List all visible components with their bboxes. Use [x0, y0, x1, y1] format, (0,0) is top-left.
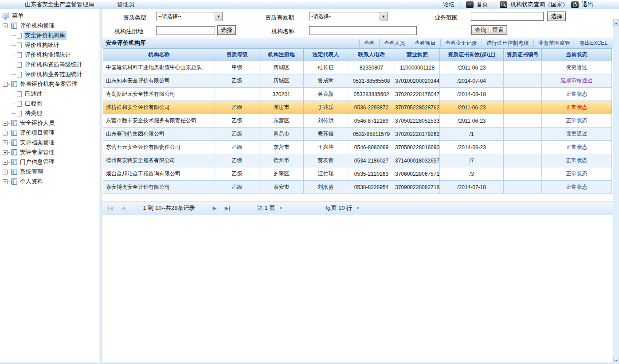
expand-icon[interactable]: + — [3, 150, 8, 155]
collapse-icon[interactable]: - — [3, 82, 8, 87]
toolbar-button[interactable]: 查看项目 — [410, 39, 440, 47]
scope-input[interactable] — [471, 12, 544, 21]
column-header[interactable]: 联系人电话 — [348, 49, 395, 61]
page-select[interactable]: 第 1 页 ▼ — [257, 204, 282, 212]
menu-root-label: 菜单 — [12, 12, 24, 20]
table-row[interactable]: 中国建筑材料工业地质勘查中心山东总队甲级历城区杜长征82350807110000… — [103, 61, 612, 74]
table-row[interactable]: 泰安博奥安全评价有限公司乙级泰安市刘承勇0538-822895437090022… — [103, 181, 612, 194]
status-query-link[interactable]: 机构状态查询（国家） — [510, 0, 568, 8]
expand-icon[interactable]: + — [3, 170, 8, 174]
toolbar-button[interactable]: 进行过程控制考核 — [482, 39, 533, 47]
table-row[interactable]: 东营开元安全评价有限责任公司乙级东营市王兴坤0546-8080069370500… — [103, 141, 612, 154]
tree-node[interactable]: +安评专家管理 — [1, 147, 99, 157]
qual-type-select[interactable]: --请选择-- ▼ — [156, 12, 223, 21]
expand-icon[interactable]: + — [3, 160, 8, 165]
table-row[interactable]: 德州聚安特安全服务有限公司乙级德州市贾表贵0534-21860273714000… — [103, 154, 612, 167]
reg-select-button[interactable]: 选择 — [217, 25, 236, 35]
column-header[interactable]: 当前状态 — [542, 49, 612, 61]
expand-icon[interactable]: + — [3, 179, 8, 184]
validity-select[interactable]: -请选择- ▼ — [309, 12, 388, 21]
page-size-select[interactable]: 每页 10 行 ▼ — [325, 204, 360, 212]
tree-leaf[interactable]: 评价机构业务范围统计 — [1, 70, 99, 79]
table-cell: 乙级 — [215, 128, 259, 141]
reset-button[interactable]: 重置 — [489, 25, 507, 35]
folder-icon — [11, 159, 17, 165]
next-page-button[interactable]: ▶ — [213, 205, 217, 211]
vertical-scrollbar[interactable]: ▲ ▼ — [613, 19, 619, 364]
table-cell: 82350807 — [348, 61, 395, 74]
grid-toolbar: 安全评价机构库 查看查看人员查看项目查看变更记录进行过程控制考核业务范围监管导出… — [102, 38, 613, 48]
key-icon[interactable] — [500, 1, 507, 8]
expand-icon[interactable]: + — [3, 121, 8, 126]
column-header[interactable]: 资质证书编号 — [504, 49, 542, 61]
prev-page-button[interactable]: ◀ — [121, 205, 125, 211]
tree-node[interactable]: +安全评价人员 — [1, 118, 99, 128]
tree-node[interactable]: +门户信息管理 — [1, 157, 99, 167]
table-cell: 370500228016690 — [395, 141, 440, 154]
org-name-input[interactable] — [309, 26, 417, 35]
tree-node-label: 安评档案管理 — [19, 138, 56, 147]
scroll-up-icon[interactable]: ▲ — [613, 19, 619, 26]
table-row[interactable]: 潍坊祥和安全评价有限公司乙级潍坊市丁兆乐0536-229387237070522… — [103, 101, 612, 114]
tree-node-label: 个人资料 — [19, 177, 44, 186]
logout-link[interactable]: 退出 — [582, 0, 593, 8]
status-cell: 正常状态 — [542, 101, 612, 114]
page-number-text: 第 1 页 — [257, 204, 275, 212]
table-row[interactable]: 青岛新纪元安全技术有限公司370201吴克新053283885602370202… — [103, 88, 612, 101]
column-header[interactable]: 营业执照 — [395, 49, 440, 61]
column-header[interactable]: 资质等级 — [215, 49, 259, 61]
tree-leaf[interactable]: 评价机构业绩统计 — [1, 50, 99, 60]
tree-node-label: 安评专家管理 — [19, 148, 56, 157]
table-cell: 乙级 — [215, 154, 259, 167]
reg-place-input[interactable] — [156, 26, 215, 35]
search-button[interactable]: 查询 — [471, 25, 490, 35]
last-page-button[interactable]: ▶ — [225, 205, 230, 211]
tree-leaf[interactable]: 已通过 — [1, 89, 99, 99]
column-header[interactable]: 机构注册地 — [259, 49, 304, 61]
expand-icon[interactable]: + — [3, 131, 8, 136]
tree-node[interactable]: -外省评价机构备案管理 — [1, 79, 99, 89]
tree-node[interactable]: +评价项目管理 — [1, 128, 99, 138]
home-link[interactable]: 首页 — [477, 0, 488, 8]
tree-node[interactable]: +系统管理 — [1, 167, 99, 177]
table-cell — [504, 114, 542, 128]
column-header[interactable]: 资质证书有效(起/止) — [440, 49, 504, 61]
tree-node[interactable]: -评价机构管理 — [1, 21, 99, 31]
panel-splitter[interactable] — [99, 9, 102, 364]
column-header[interactable]: 机构名称 — [103, 49, 215, 61]
topbar: 山东省安全生产监督管理局 管理员 论坛 │ 首页 机构状态查询（国家） 退出 — [0, 0, 619, 9]
dropdown-arrow-icon[interactable]: ▼ — [380, 12, 387, 21]
expand-icon[interactable]: + — [3, 140, 8, 145]
forum-link[interactable]: 论坛 — [443, 0, 454, 8]
tree-leaf[interactable]: 评价机构资质等级统计 — [1, 60, 99, 70]
dropdown-arrow-icon[interactable]: ▼ — [215, 12, 222, 21]
table-row[interactable]: 山东赛飞特集团有限公司乙级青岛市窦苏娅0532-8581157937020222… — [103, 128, 612, 141]
toolbar-button[interactable]: 查看 — [359, 39, 379, 47]
table-cell: 东营市 — [259, 141, 304, 154]
tree-leaf[interactable]: 安全评价机构库 — [1, 31, 99, 40]
tree-node[interactable]: +个人资料 — [1, 177, 99, 186]
toolbar-button[interactable]: 查看人员 — [379, 39, 410, 47]
scrollbar-track[interactable] — [613, 26, 619, 357]
menu-root: 菜单 — [1, 11, 99, 21]
toolbar-button[interactable]: 业务范围监管 — [533, 39, 575, 47]
column-header[interactable]: 法定代表人 — [304, 49, 348, 61]
scope-select-button[interactable]: 选择 — [547, 12, 566, 21]
window-bottom-edge — [0, 362, 619, 364]
status-cell: 正常状态 — [542, 114, 612, 128]
tree-leaf[interactable]: 待受理 — [1, 108, 99, 118]
toolbar-button[interactable]: 查看变更记录 — [440, 39, 482, 47]
table-cell: 杜长征 — [304, 61, 348, 74]
table-row[interactable]: 山东知本安全评价有限公司乙级历城区鲁成学0531-885655083701002… — [103, 74, 612, 88]
power-icon[interactable] — [571, 1, 579, 8]
tree-node-label: 系统管理 — [19, 167, 44, 176]
table-row[interactable]: 烟台金邦冶金工程咨询有限公司乙级芝罘区江仁瑞0535-2120263370600… — [103, 167, 612, 181]
collapse-icon[interactable]: - — [3, 23, 8, 28]
tree-leaf[interactable]: 评价机构统计 — [1, 40, 99, 50]
tree-leaf[interactable]: 已驳回 — [1, 99, 99, 108]
tree-node[interactable]: +安评档案管理 — [1, 138, 99, 147]
table-row[interactable]: 东营市胜丰安全技术服务有限责任公司乙级东营区刘传洪0546-8712189370… — [103, 114, 612, 128]
first-page-button[interactable]: ◀ — [108, 205, 113, 211]
home-icon[interactable] — [466, 1, 474, 8]
toolbar-button[interactable]: 导出EXCEL — [575, 39, 612, 47]
